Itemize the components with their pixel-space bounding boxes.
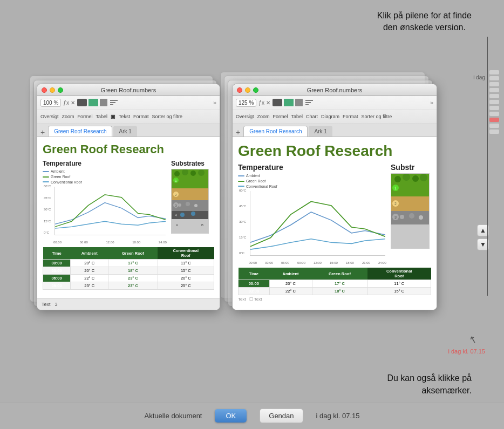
right-tb-oversigt[interactable]: Oversigt <box>236 114 254 119</box>
timeline-tick-7[interactable] <box>489 106 499 110</box>
timeline-tick-4[interactable] <box>489 88 499 92</box>
zoom-display-left[interactable]: 100 % <box>40 99 61 107</box>
ok-button[interactable]: OK <box>215 409 247 423</box>
right-tb-format[interactable]: Format <box>343 114 358 119</box>
right-data-table: Time Ambient Green Roof ConventionalRoof… <box>238 268 431 295</box>
right-tb-zoom[interactable]: Zoom <box>257 114 270 119</box>
tb-tekst[interactable]: Tekst <box>119 114 130 119</box>
timeline-tick-active[interactable] <box>489 118 499 122</box>
table-icon[interactable] <box>77 99 87 106</box>
left-tab-inactive[interactable]: Ark 1 <box>113 126 137 137</box>
right-text-icon[interactable] <box>295 99 303 106</box>
tb-format[interactable]: Format <box>133 114 149 119</box>
svg-text:1: 1 <box>394 186 397 190</box>
left-doc-title: Green Roof Research <box>43 142 214 156</box>
right-yaxis: 60°C45°C30°C15°C0°C <box>239 189 246 255</box>
svg-text:B: B <box>201 223 203 227</box>
right-tb-tabel[interactable]: Tabel <box>291 114 303 119</box>
timeline-tick-10[interactable] <box>489 130 499 134</box>
idag-label: i dag <box>473 74 485 80</box>
left-tab-active[interactable]: Green Roof Research <box>48 126 112 137</box>
right-add-tab[interactable]: + <box>236 128 240 137</box>
right-table-icon[interactable] <box>273 99 282 106</box>
timeline-tick-2[interactable] <box>489 76 499 80</box>
timeline-tick-6[interactable] <box>489 100 499 104</box>
table-row: 09:0023° C23° C25° C <box>43 282 214 290</box>
right-tab-active[interactable]: Green Roof Research <box>243 126 308 137</box>
right-overflow-icon[interactable]: » <box>430 99 433 106</box>
current-doc-label: Aktuelle dokument <box>145 412 202 420</box>
tb-sorter[interactable]: Sorter og filtre <box>152 114 183 119</box>
right-sort-icon[interactable] <box>304 99 314 106</box>
idag-date-label: i dag kl. 07.15 <box>448 348 486 355</box>
fx-label: ƒx ✕ <box>63 100 74 106</box>
timeline-tick-3[interactable] <box>489 82 499 86</box>
tb-diagram: ▣ <box>111 114 115 119</box>
right-substrates: Substr 1 2 <box>391 163 431 264</box>
annotation-bottom-line2: aksemærker. <box>422 386 472 395</box>
svg-point-20 <box>180 213 185 217</box>
left-window: Green Roof.numbers 100 % ƒx ✕ » Oversigt… <box>37 84 220 310</box>
th-green-roof: Green Roof <box>108 247 158 260</box>
tb-zoom[interactable]: Zoom <box>62 114 74 119</box>
right-tab-inactive[interactable]: Ark 1 <box>309 126 332 137</box>
svg-rect-45 <box>391 224 430 249</box>
svg-point-15 <box>186 202 190 206</box>
right-tb-formel[interactable]: Formel <box>273 114 288 119</box>
svg-point-21 <box>191 212 195 216</box>
svg-point-7 <box>198 169 205 176</box>
right-close-btn[interactable] <box>237 87 242 93</box>
svg-point-41 <box>409 213 414 219</box>
right-doc-content: Green Roof Research Temperature Ambient … <box>233 137 437 310</box>
bottombar-num: 3 <box>55 302 58 307</box>
restore-button[interactable]: Gendan <box>260 408 303 423</box>
timeline-tick-8[interactable] <box>489 112 499 116</box>
right-maximize-btn[interactable] <box>253 87 258 93</box>
right-xaxis: 00:0003:0006:0009:0012:0015:0018:0021:00… <box>249 261 386 264</box>
right-th-ambient: Ambient <box>269 268 312 280</box>
chart-icon[interactable] <box>88 99 98 106</box>
left-doc-inner: Green Roof Research Temperature Ambient … <box>37 137 220 290</box>
svg-point-42 <box>419 215 423 220</box>
svg-point-16 <box>194 204 197 207</box>
tb-oversigt[interactable]: Oversigt <box>40 114 59 119</box>
maximize-btn[interactable] <box>58 87 63 93</box>
tb-formel[interactable]: Formel <box>78 114 93 119</box>
svg-text:A: A <box>176 223 178 227</box>
th-time: Time <box>43 247 71 260</box>
right-chart-icon[interactable] <box>284 99 294 106</box>
minimize-btn[interactable] <box>50 87 55 93</box>
overflow-icon[interactable]: » <box>213 99 216 106</box>
left-tabbar: + Green Roof Research Ark 1 <box>37 124 220 137</box>
svg-point-33 <box>420 174 427 181</box>
right-th-green-roof: Green Roof <box>312 268 367 280</box>
text-icon[interactable] <box>100 99 107 106</box>
svg-point-40 <box>400 215 404 219</box>
left-titlebar: Green Roof.numbers <box>37 84 220 96</box>
tb-tabel[interactable]: Tabel <box>96 114 108 119</box>
timeline-tick-5[interactable] <box>489 94 499 98</box>
left-add-tab[interactable]: + <box>40 128 45 137</box>
right-tb-sorter[interactable]: Sorter og filtre <box>362 114 392 119</box>
svg-text:3: 3 <box>394 215 397 219</box>
version-date-label: i dag kl. 07.15 <box>316 412 360 420</box>
right-traffic-lights <box>237 87 258 93</box>
timeline-tick-9[interactable] <box>489 124 499 128</box>
svg-point-30 <box>394 176 401 182</box>
right-tb-chart[interactable]: Chart <box>306 114 318 119</box>
svg-rect-19 <box>172 211 209 219</box>
right-tb-diagram[interactable]: Diagram <box>321 114 339 119</box>
left-doc-content: Green Roof Research Temperature Ambient … <box>37 137 220 298</box>
left-substrates-title: Substrates <box>171 160 214 167</box>
left-chart-plot <box>55 187 166 235</box>
left-toolbar: 100 % ƒx ✕ » Oversigt Zoom Formel Tabel … <box>37 96 220 124</box>
close-btn[interactable] <box>42 87 47 93</box>
zoom-display-right[interactable]: 125 % <box>236 99 256 107</box>
right-chart-title: Temperature <box>238 163 386 172</box>
sort-icon[interactable] <box>109 99 119 106</box>
right-minimize-btn[interactable] <box>245 87 250 93</box>
svg-point-32 <box>412 175 419 182</box>
timeline-tick-1[interactable] <box>489 70 499 74</box>
left-charts-row: Temperature Ambient Green Roof Conventio… <box>43 160 214 244</box>
right-toolbar: 125 % ƒx ✕ » Oversigt Zoom Formel Tabel … <box>233 96 437 124</box>
